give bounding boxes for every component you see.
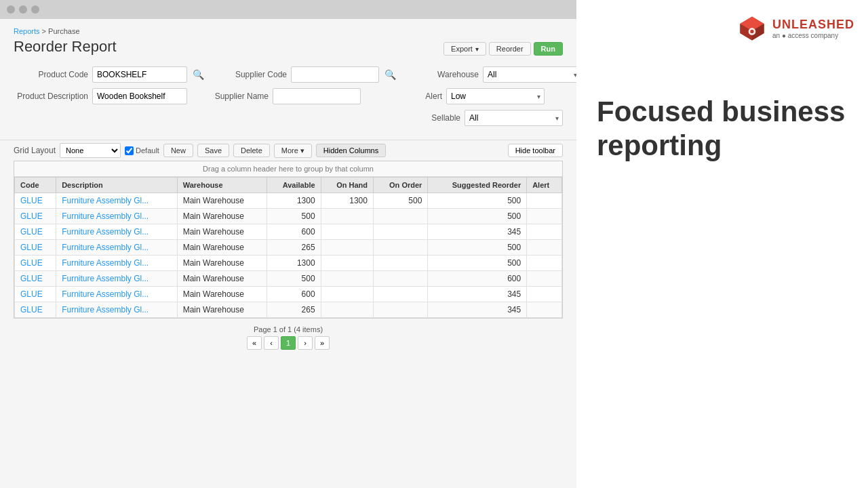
cell-alert xyxy=(527,240,562,256)
cell-on-hand xyxy=(321,240,373,256)
cell-code[interactable]: GLUE xyxy=(15,240,56,256)
col-header-on-order[interactable]: On Order xyxy=(373,178,427,193)
grid-layout-label: Grid Layout xyxy=(14,146,56,155)
logo-area: UNLEASHED an ● access company xyxy=(737,14,854,43)
cell-description[interactable]: Furniture Assembly Gl... xyxy=(56,287,178,302)
cell-warehouse: Main Warehouse xyxy=(177,302,267,318)
page-prev-button[interactable]: ‹ xyxy=(264,336,279,350)
cell-alert xyxy=(527,193,562,209)
cell-description[interactable]: Furniture Assembly Gl... xyxy=(56,193,178,209)
default-checkbox[interactable] xyxy=(125,146,134,155)
alert-select-wrapper: Low Medium High xyxy=(446,88,545,104)
supplier-code-label: Supplier Code xyxy=(212,70,287,79)
filter-row-2: Product Description Supplier Name Alert … xyxy=(14,88,563,104)
chrome-dot-3 xyxy=(31,5,39,14)
more-button[interactable]: More ▾ xyxy=(274,144,312,158)
table-row: GLUE Furniture Assembly Gl... Main Wareh… xyxy=(15,209,562,224)
page-1-button[interactable]: 1 xyxy=(281,336,296,350)
warehouse-select[interactable]: All xyxy=(483,66,576,83)
col-header-alert[interactable]: Alert xyxy=(527,178,562,193)
cell-description[interactable]: Furniture Assembly Gl... xyxy=(56,224,178,240)
cell-alert xyxy=(527,287,562,302)
table-row: GLUE Furniture Assembly Gl... Main Wareh… xyxy=(15,224,562,240)
cell-on-order xyxy=(373,271,427,287)
layout-select[interactable]: None xyxy=(60,143,121,158)
cell-code[interactable]: GLUE xyxy=(15,271,56,287)
col-header-suggested-reorder[interactable]: Suggested Reorder xyxy=(428,178,527,193)
cell-suggested-reorder: 500 xyxy=(428,256,527,271)
breadcrumb-reports[interactable]: Reports xyxy=(14,27,40,35)
page-first-button[interactable]: « xyxy=(247,336,262,350)
export-button[interactable]: Export ▾ xyxy=(443,42,486,56)
cell-on-order xyxy=(373,287,427,302)
table-row: GLUE Furniture Assembly Gl... Main Wareh… xyxy=(15,193,562,209)
alert-select[interactable]: Low Medium High xyxy=(446,88,545,104)
cell-code[interactable]: GLUE xyxy=(15,193,56,209)
cell-on-order: 500 xyxy=(373,193,427,209)
sellable-select-wrapper: All Yes No xyxy=(465,110,563,126)
cell-warehouse: Main Warehouse xyxy=(177,271,267,287)
product-code-label: Product Code xyxy=(14,70,88,79)
col-header-available[interactable]: Available xyxy=(267,178,321,193)
toolbar-right: Hide toolbar xyxy=(508,144,563,157)
supplier-code-search-icon[interactable]: 🔍 xyxy=(383,69,397,80)
cell-description[interactable]: Furniture Assembly Gl... xyxy=(56,240,178,256)
cell-available: 265 xyxy=(267,302,321,318)
filter-row-3: Sellable All Yes No xyxy=(14,110,563,126)
col-header-code[interactable]: Code xyxy=(15,178,56,193)
export-arrow-icon: ▾ xyxy=(475,45,479,53)
cell-available: 600 xyxy=(267,224,321,240)
product-code-search-icon[interactable]: 🔍 xyxy=(191,69,205,80)
new-button[interactable]: New xyxy=(163,144,193,157)
sellable-label: Sellable xyxy=(413,113,460,123)
cell-code[interactable]: GLUE xyxy=(15,209,56,224)
cell-description[interactable]: Furniture Assembly Gl... xyxy=(56,271,178,287)
cell-alert xyxy=(527,224,562,240)
cell-on-hand: 1300 xyxy=(321,193,373,209)
cell-code[interactable]: GLUE xyxy=(15,287,56,302)
supplier-name-input[interactable] xyxy=(273,88,361,104)
save-button[interactable]: Save xyxy=(197,144,229,157)
hide-toolbar-button[interactable]: Hide toolbar xyxy=(508,144,563,157)
marketing-headline: Focused business reporting xyxy=(597,95,848,163)
cell-alert xyxy=(527,271,562,287)
cell-warehouse: Main Warehouse xyxy=(177,224,267,240)
cell-code[interactable]: GLUE xyxy=(15,256,56,271)
reorder-button[interactable]: Reorder xyxy=(489,42,531,56)
supplier-code-input[interactable] xyxy=(291,66,379,83)
product-code-input[interactable] xyxy=(92,66,187,83)
logo-text-block: UNLEASHED an ● access company xyxy=(772,18,854,39)
run-button[interactable]: Run xyxy=(534,42,563,56)
pagination-text: Page 1 of 1 (4 items) xyxy=(7,325,570,333)
col-header-on-hand[interactable]: On Hand xyxy=(321,178,373,193)
cell-alert xyxy=(527,209,562,224)
cell-available: 600 xyxy=(267,287,321,302)
col-header-description[interactable]: Description xyxy=(56,178,178,193)
col-header-warehouse[interactable]: Warehouse xyxy=(177,178,267,193)
cell-available: 500 xyxy=(267,209,321,224)
cell-description[interactable]: Furniture Assembly Gl... xyxy=(56,209,178,224)
delete-button[interactable]: Delete xyxy=(233,144,270,157)
cell-alert xyxy=(527,256,562,271)
cell-code[interactable]: GLUE xyxy=(15,302,56,318)
supplier-name-group: Supplier Name xyxy=(194,88,361,104)
cell-warehouse: Main Warehouse xyxy=(177,287,267,302)
cell-description[interactable]: Furniture Assembly Gl... xyxy=(56,302,178,318)
table-row: GLUE Furniture Assembly Gl... Main Wareh… xyxy=(15,271,562,287)
page-next-button[interactable]: › xyxy=(298,336,313,350)
brand-name: UNLEASHED xyxy=(772,18,854,32)
sellable-select[interactable]: All Yes No xyxy=(465,110,563,126)
cell-description[interactable]: Furniture Assembly Gl... xyxy=(56,256,178,271)
cell-code[interactable]: GLUE xyxy=(15,224,56,240)
hidden-columns-button[interactable]: Hidden Columns xyxy=(316,144,386,157)
cell-warehouse: Main Warehouse xyxy=(177,209,267,224)
headline-line1: Focused business xyxy=(597,96,845,127)
chrome-dot-2 xyxy=(19,5,27,14)
product-desc-input[interactable] xyxy=(92,88,187,104)
cell-warehouse: Main Warehouse xyxy=(177,193,267,209)
cell-on-order xyxy=(373,240,427,256)
cell-available: 500 xyxy=(267,271,321,287)
page-last-button[interactable]: » xyxy=(315,336,330,350)
cell-suggested-reorder: 500 xyxy=(428,209,527,224)
header-buttons: Export ▾ Reorder Run xyxy=(443,42,563,56)
